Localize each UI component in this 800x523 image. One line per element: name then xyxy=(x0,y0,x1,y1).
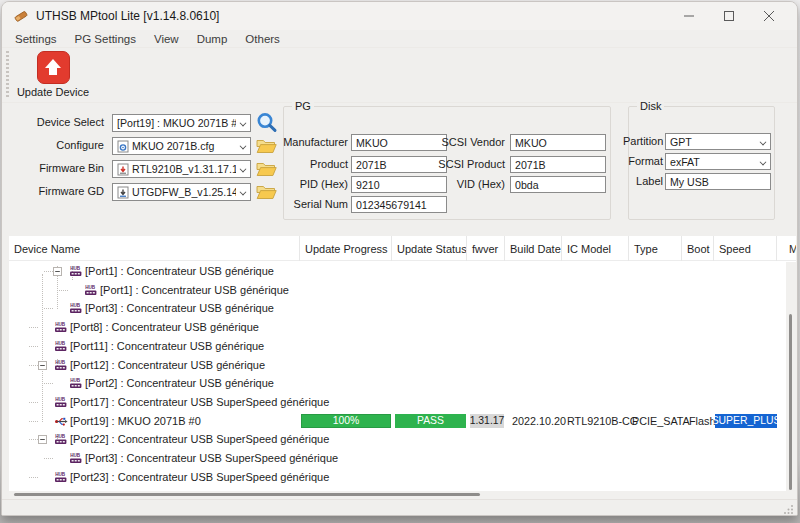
tree-row[interactable]: HUB[Port1] : Concentrateur USB générique xyxy=(9,262,796,281)
form-label-firmware-bin: Firmware Bin xyxy=(2,162,104,174)
tree-row[interactable]: HUB[Port22] : Concentrateur USB SuperSpe… xyxy=(9,430,796,449)
chevron-down-icon xyxy=(760,139,767,146)
collapse-minus-icon[interactable] xyxy=(38,360,47,369)
menu-item-dump[interactable]: Dump xyxy=(188,33,237,45)
toolbar-gripper[interactable] xyxy=(6,51,9,99)
tree-connector xyxy=(29,346,38,347)
field-value: GPT xyxy=(670,136,692,148)
hub-icon: HUB xyxy=(69,265,83,280)
field-input-serial-num[interactable]: 012345679141 xyxy=(351,196,447,213)
gd-file-icon xyxy=(117,186,129,199)
field-input-vid-hex[interactable]: 0bda xyxy=(510,176,606,193)
minimize-button[interactable] xyxy=(669,2,709,30)
field-label-partition: Partition xyxy=(623,135,663,147)
collapse-minus-icon[interactable] xyxy=(53,266,62,275)
device-name: [Port8] : Concentrateur USB générique xyxy=(70,321,259,333)
menu-item-others[interactable]: Others xyxy=(236,33,289,45)
combo-value: RTL9210B_v1.31.17.102022.bin xyxy=(132,163,236,175)
tree-row[interactable]: HUB[Port12] : Concentrateur USB génériqu… xyxy=(9,356,796,375)
chevron-down-icon xyxy=(240,120,247,127)
hub-icon: HUB xyxy=(69,302,83,317)
column-header-ic-model[interactable]: IC Model xyxy=(562,236,629,261)
tree-row[interactable]: HUB[Port8] : Concentrateur USB générique xyxy=(9,318,796,337)
tree-row[interactable]: HUB[Port1] : Concentrateur USB générique xyxy=(9,281,796,300)
horizontal-scrollbar[interactable] xyxy=(9,491,796,499)
svg-text:HUB: HUB xyxy=(70,378,81,383)
tree-connector xyxy=(44,308,53,309)
vertical-scrollbar[interactable] xyxy=(786,262,796,491)
hub-icon: HUB xyxy=(69,452,83,467)
device-table: Device NameUpdate ProgressUpdate Statusf… xyxy=(9,236,796,491)
field-label-serial-num: Serial Num xyxy=(280,198,348,210)
tree-row[interactable]: [Port19] : MKUO 2071B #0100%PASS1.31.172… xyxy=(9,412,796,431)
menu-bar: SettingsPG SettingsViewDumpOthers xyxy=(2,30,797,48)
field-input-label[interactable]: My USB xyxy=(665,173,771,190)
device-name: [Port11] : Concentrateur USB générique xyxy=(70,340,264,352)
hub-icon: HUB xyxy=(54,433,68,448)
menu-item-settings[interactable]: Settings xyxy=(6,33,66,45)
tree-row[interactable]: HUB[Port3] : Concentrateur USB générique xyxy=(9,299,796,318)
folder-icon[interactable] xyxy=(256,182,278,201)
column-header-update-status[interactable]: Update Status xyxy=(392,236,467,261)
combo-configure[interactable]: MKUO 2071B.cfg xyxy=(112,137,251,155)
update-device-button[interactable]: Update Device xyxy=(14,51,92,98)
cell-update-status: PASS xyxy=(395,414,466,428)
vertical-scrollbar-thumb[interactable] xyxy=(789,314,792,490)
tree-connector xyxy=(29,439,38,440)
maximize-button[interactable] xyxy=(709,2,749,30)
collapse-minus-icon[interactable] xyxy=(38,434,47,443)
field-input-format[interactable]: exFAT xyxy=(665,153,771,170)
hub-icon: HUB xyxy=(54,340,68,355)
field-label-format: Format xyxy=(623,155,663,167)
column-header-device-name[interactable]: Device Name xyxy=(9,236,300,261)
field-value: 0bda xyxy=(515,179,539,191)
resize-grip[interactable] xyxy=(784,504,794,514)
title-bar[interactable]: UTHSB MPtool Lite [v1.14.8.0610] xyxy=(2,2,797,30)
combo-firmware-bin[interactable]: RTL9210B_v1.31.17.102022.bin xyxy=(112,160,251,178)
close-button[interactable] xyxy=(749,2,789,30)
form-row-firmware-bin: Firmware BinRTL9210B_v1.31.17.102022.bin xyxy=(2,160,282,178)
hub-icon: HUB xyxy=(84,284,98,299)
combo-firmware-gd[interactable]: UTGDFW_B_v1.25.14.041521.bin xyxy=(112,183,251,201)
column-header-fwver[interactable]: fwver xyxy=(467,236,505,261)
tree-row[interactable]: HUB[Port23] : Concentrateur USB SuperSpe… xyxy=(9,468,796,487)
column-header-m[interactable]: M xyxy=(777,236,796,261)
pg-groupbox: PG ManufacturerMKUOProduct2071BPID (Hex)… xyxy=(283,106,611,220)
chevron-down-icon xyxy=(240,166,247,173)
disk-groupbox: Disk PartitionGPTFormatexFATLabelMy USB xyxy=(628,106,775,220)
column-header-type[interactable]: Type xyxy=(629,236,682,261)
field-input-scsi-vendor[interactable]: MKUO xyxy=(510,134,606,151)
tree-connector xyxy=(29,477,38,478)
device-name: [Port1] : Concentrateur USB générique xyxy=(85,265,274,277)
search-icon[interactable] xyxy=(256,113,278,132)
column-header-boot[interactable]: Boot xyxy=(682,236,714,261)
tree-row[interactable]: HUB[Port17] : Concentrateur USB SuperSpe… xyxy=(9,393,796,412)
field-row-label: LabelMy USB xyxy=(629,173,774,190)
tree-connector xyxy=(44,271,53,272)
combo-device-select[interactable]: [Port19] : MKUO 2071B #0 xyxy=(112,114,251,132)
field-value: My USB xyxy=(670,176,709,188)
usb-device-icon xyxy=(54,415,68,430)
menu-item-pg-settings[interactable]: PG Settings xyxy=(66,33,145,45)
column-header-build-date[interactable]: Build Date xyxy=(505,236,562,261)
field-input-scsi-product[interactable]: 2071B xyxy=(510,156,606,173)
cell-build-date: 2022.10.20 xyxy=(512,415,566,427)
menu-item-view[interactable]: View xyxy=(145,33,188,45)
field-row-scsi-product: SCSI Product2071B xyxy=(284,156,610,173)
column-header-update-progress[interactable]: Update Progress xyxy=(300,236,392,261)
tree-row[interactable]: HUB[Port2] : Concentrateur USB générique xyxy=(9,374,796,393)
tree-row[interactable]: HUB[Port11] : Concentrateur USB génériqu… xyxy=(9,337,796,356)
field-input-partition[interactable]: GPT xyxy=(665,133,771,150)
hub-icon: HUB xyxy=(54,396,68,411)
form-row-configure: ConfigureMKUO 2071B.cfg xyxy=(2,137,282,155)
app-window: UTHSB MPtool Lite [v1.14.8.0610] Setting… xyxy=(1,1,798,516)
hub-icon: HUB xyxy=(54,359,68,374)
horizontal-scrollbar-thumb[interactable] xyxy=(14,493,480,496)
column-header-speed[interactable]: Speed xyxy=(714,236,777,261)
tree-connector xyxy=(44,383,53,384)
folder-icon[interactable] xyxy=(256,159,278,178)
folder-icon[interactable] xyxy=(256,136,278,155)
tree-connector xyxy=(29,327,38,328)
device-name: [Port17] : Concentrateur USB SuperSpeed … xyxy=(70,396,329,408)
tree-row[interactable]: HUB[Port3] : Concentrateur USB SuperSpee… xyxy=(9,449,796,468)
